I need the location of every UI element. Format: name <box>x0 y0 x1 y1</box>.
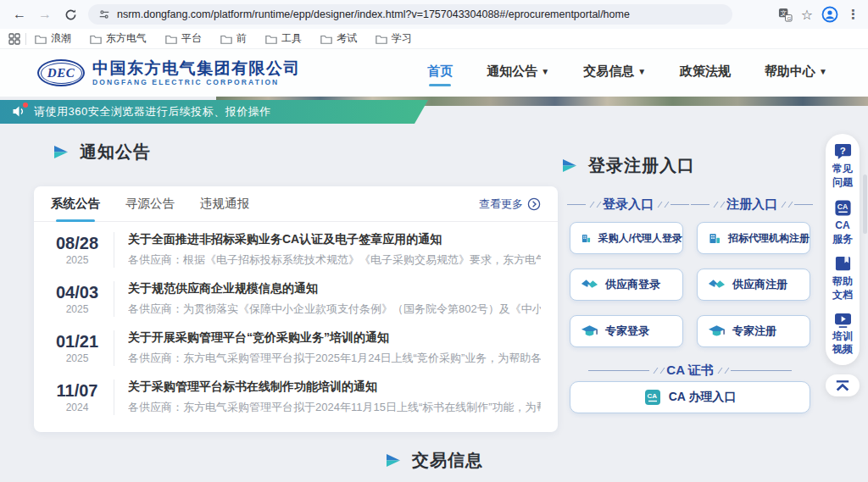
refresh-icon[interactable] <box>59 3 81 25</box>
divider <box>721 368 729 374</box>
divider <box>114 380 114 415</box>
purchaser-agent-login-button[interactable]: 采购人/代理人登录 <box>570 222 683 254</box>
forward-icon[interactable]: → <box>34 3 56 25</box>
apps-grid-icon[interactable] <box>8 33 20 45</box>
nav-label: 政策法规 <box>680 64 731 80</box>
bookmark-folder-front[interactable]: 前 <box>220 31 247 46</box>
sidebar-item-ca-service[interactable]: CA CA服务 <box>831 199 854 246</box>
alert-dot-icon <box>23 102 28 108</box>
url-bar[interactable]: nsrm.dongfang.com/platform/runtime/epp/d… <box>88 4 732 25</box>
trade-section-header: 交易信息 <box>0 449 868 472</box>
bookmark-star-icon[interactable]: ☆ <box>801 7 813 23</box>
notice-summary: 各供应商：东方电气采购管理平台拟于2025年1月24日上线“竞价采购”业务，为帮… <box>128 351 541 366</box>
tab-violation-reports[interactable]: 违规通报 <box>200 186 249 222</box>
supplier-login-button[interactable]: 供应商登录 <box>570 269 683 301</box>
ca-badge-icon: CA <box>644 389 661 406</box>
nav-item-help-center[interactable]: 帮助中心▼ <box>765 64 827 83</box>
back-icon[interactable]: ← <box>8 3 31 25</box>
sidebar-item-label: 帮助文档 <box>831 275 854 302</box>
ca-apply-button[interactable]: CA CA 办理入口 <box>570 381 810 413</box>
chevron-down-icon: ▼ <box>541 67 549 76</box>
register-entries-header: 注册入口 <box>690 197 814 213</box>
bookmark-folder-platform[interactable]: 平台 <box>165 31 202 46</box>
view-more-link[interactable]: 查看更多 <box>479 197 541 212</box>
notice-title[interactable]: 关于规范供应商企业规模信息的通知 <box>128 281 541 296</box>
bookmark-folder-tools[interactable]: 工具 <box>265 31 302 46</box>
nav-item-trade-info[interactable]: 交易信息▼ <box>583 64 646 83</box>
view-more-label: 查看更多 <box>479 197 523 212</box>
bookmark-label: 平台 <box>181 31 202 46</box>
collapse-sidebar-button[interactable] <box>826 374 860 396</box>
notice-title[interactable]: 关于全面推进非招标采购业务CA认证及电子签章应用的通知 <box>128 232 541 247</box>
divider <box>114 232 114 268</box>
notice-row[interactable]: 04/032025 关于规范供应商企业规模信息的通知 各供应商：为贯彻落实《保障… <box>34 274 558 324</box>
register-header-label: 注册入口 <box>726 197 777 213</box>
divider <box>794 204 813 205</box>
divider <box>567 204 586 205</box>
scrollbar-thumb[interactable] <box>863 175 867 234</box>
notice-row[interactable]: 01/212025 关于开展采购管理平台“竞价采购业务”培训的通知 各供应商：东… <box>34 324 558 373</box>
notice-title[interactable]: 关于开展采购管理平台“竞价采购业务”培训的通知 <box>128 330 541 346</box>
notices-card: 系统公告 寻源公告 违规通报 查看更多 08/282025 关于全面推进非招标采… <box>34 186 558 432</box>
divider <box>588 370 649 371</box>
bookmark-folder-exam[interactable]: 考试 <box>320 31 357 46</box>
svg-text:CA: CA <box>837 202 847 211</box>
browser-menu-icon[interactable]: ⋮ <box>847 7 860 22</box>
tab-system-notices[interactable]: 系统公告 <box>51 186 100 222</box>
folder-icon <box>265 34 277 44</box>
company-logo[interactable]: DEC 中国东方电气集团有限公司 DONGFANG ELECTRIC CORPO… <box>37 59 301 86</box>
bookmark-folder-dongfang[interactable]: 东方电气 <box>90 31 147 46</box>
nav-item-policies[interactable]: 政策法规 <box>680 64 731 83</box>
refresh-icon <box>64 8 77 21</box>
divider <box>731 370 792 371</box>
profile-avatar-icon[interactable] <box>821 6 838 23</box>
bookmark-folder-langchao[interactable]: 浪潮 <box>35 31 71 46</box>
banner-zone: 请使用360安全浏览器进行后续投标、报价操作 <box>0 97 868 124</box>
main-nav: 首页 通知公告▼ 交易信息▼ 政策法规 帮助中心▼ <box>427 64 827 83</box>
notice-date: 04/032025 <box>51 283 103 315</box>
svg-text:?: ? <box>839 146 845 156</box>
bookmark-folder-study[interactable]: 学习 <box>376 31 412 46</box>
dec-logo-oval: DEC <box>37 59 85 86</box>
notice-row[interactable]: 11/072024 关于采购管理平台标书在线制作功能培训的通知 各供应商：东方电… <box>34 373 558 422</box>
folder-icon <box>90 34 102 44</box>
sidebar-item-label: 培训视频 <box>831 330 854 357</box>
section-arrow-icon <box>561 158 578 173</box>
bookmark-label: 东方电气 <box>106 31 147 46</box>
building-icon <box>581 230 592 247</box>
divider <box>114 330 114 366</box>
notices-section-header: 通知公告 <box>53 141 151 163</box>
url-text: nsrm.dongfang.com/platform/runtime/epp/d… <box>117 8 630 20</box>
announcement-ticker[interactable]: 请使用360安全浏览器进行后续投标、报价操作 <box>0 100 428 124</box>
button-label: 专家登录 <box>605 324 649 339</box>
notice-date: 08/282025 <box>51 234 103 266</box>
divider <box>670 204 689 205</box>
notice-title[interactable]: 关于采购管理平台标书在线制作功能培训的通知 <box>128 380 541 395</box>
svg-text:G: G <box>787 14 791 20</box>
folder-icon <box>165 34 177 44</box>
bidding-agency-register-button[interactable]: 招标代理机构注册 <box>697 222 810 254</box>
nav-item-home[interactable]: 首页 <box>427 64 453 83</box>
sidebar-item-training-videos[interactable]: 培训视频 <box>831 313 854 357</box>
sidebar-item-faq[interactable]: ? 常见问题 <box>831 142 854 189</box>
sidebar-item-help-docs[interactable]: 帮助文档 <box>831 256 854 302</box>
button-label: 供应商登录 <box>605 277 660 292</box>
nav-label: 通知公告 <box>487 64 537 80</box>
notice-row[interactable]: 08/282025 关于全面推进非招标采购业务CA认证及电子签章应用的通知 各供… <box>34 225 558 274</box>
expert-login-button[interactable]: 专家登录 <box>570 315 683 347</box>
sidebar-item-label: 常见问题 <box>831 163 854 189</box>
tab-sourcing-notices[interactable]: 寻源公告 <box>125 186 175 222</box>
bookmark-label: 学习 <box>392 31 412 46</box>
section-arrow-icon <box>53 145 70 159</box>
ticker-text: 请使用360安全浏览器进行后续投标、报价操作 <box>34 104 271 119</box>
divider <box>786 202 793 208</box>
translate-icon[interactable]: 文G <box>778 8 793 22</box>
expert-register-button[interactable]: 专家注册 <box>697 315 810 347</box>
site-info-icon[interactable] <box>98 8 110 20</box>
company-name-cn: 中国东方电气集团有限公司 <box>92 59 301 78</box>
site-header: DEC 中国东方电气集团有限公司 DONGFANG ELECTRIC CORPO… <box>0 49 868 97</box>
document-book-icon <box>834 256 852 273</box>
chevron-down-icon: ▼ <box>819 67 827 76</box>
supplier-register-button[interactable]: 供应商注册 <box>697 269 810 301</box>
nav-item-notices[interactable]: 通知公告▼ <box>487 64 549 83</box>
